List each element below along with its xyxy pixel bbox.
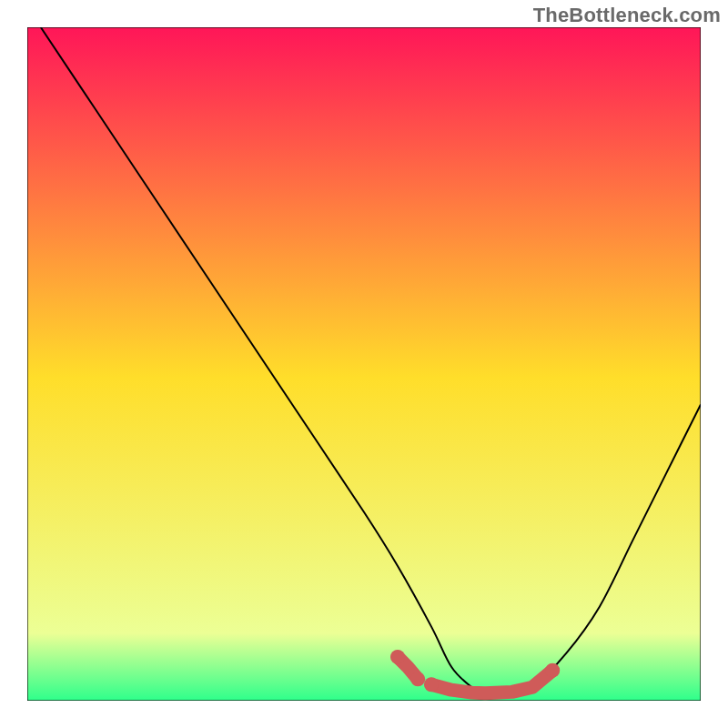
watermark-text: TheBottleneck.com [533,4,721,27]
highlight-endcap [390,650,405,664]
chart-svg [27,27,701,701]
highlight-endcap [424,677,439,692]
highlight-endcap [545,663,560,678]
plot-background [27,27,701,701]
chart-plot-area [27,27,701,701]
highlight-endcap [410,672,425,686]
chart-container: TheBottleneck.com [0,0,728,728]
